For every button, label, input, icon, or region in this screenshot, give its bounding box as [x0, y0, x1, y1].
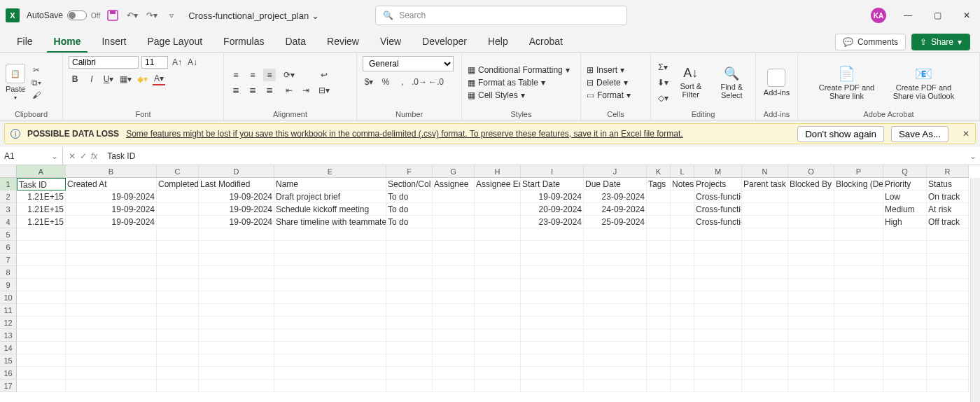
- cell-H2[interactable]: [475, 190, 521, 203]
- cell-J10[interactable]: [584, 291, 647, 304]
- cell-D10[interactable]: [199, 291, 274, 304]
- cell-P10[interactable]: [834, 291, 883, 304]
- bold-button[interactable]: B: [69, 73, 81, 85]
- cell-Q9[interactable]: [883, 279, 927, 291]
- redo-icon[interactable]: ↷▾: [146, 10, 158, 21]
- cell-K16[interactable]: [647, 367, 671, 380]
- align-center-icon[interactable]: ≣: [246, 84, 259, 97]
- cell-P8[interactable]: [834, 266, 883, 279]
- row-header-8[interactable]: 8: [0, 266, 17, 279]
- cell-B5[interactable]: [66, 228, 157, 241]
- clear-icon[interactable]: ◇▾: [657, 92, 669, 104]
- cell-H10[interactable]: [475, 291, 521, 304]
- cell-R15[interactable]: [927, 354, 969, 367]
- cell-O3[interactable]: [788, 203, 834, 216]
- font-name-select[interactable]: [69, 56, 139, 69]
- cell-C8[interactable]: [157, 266, 199, 279]
- cell-H11[interactable]: [475, 304, 521, 317]
- cell-P13[interactable]: [834, 329, 883, 342]
- column-header-C[interactable]: C: [157, 165, 199, 178]
- cell-O2[interactable]: [788, 190, 834, 203]
- cell-G8[interactable]: [433, 266, 475, 279]
- cell-Q10[interactable]: [883, 291, 927, 304]
- fill-icon[interactable]: ⬇▾: [657, 76, 669, 89]
- column-header-A[interactable]: A: [17, 165, 66, 178]
- cell-Q6[interactable]: [883, 241, 927, 254]
- format-as-table-button[interactable]: ▦Format as Table▾: [468, 78, 570, 88]
- underline-button[interactable]: U▾: [102, 73, 115, 85]
- cell-K10[interactable]: [647, 291, 671, 304]
- cell-O1[interactable]: Blocked By: [788, 178, 834, 190]
- cell-C13[interactable]: [157, 329, 199, 342]
- cell-N3[interactable]: [742, 203, 788, 216]
- cell-E4[interactable]: Share timeline with teammates: [274, 216, 386, 228]
- cell-N13[interactable]: [742, 329, 788, 342]
- tab-file[interactable]: File: [10, 32, 40, 53]
- cell-A16[interactable]: [17, 367, 66, 380]
- cell-Q7[interactable]: [883, 254, 927, 266]
- cell-O8[interactable]: [788, 266, 834, 279]
- column-header-E[interactable]: E: [274, 165, 386, 178]
- cell-A11[interactable]: [17, 304, 66, 317]
- cell-C6[interactable]: [157, 241, 199, 254]
- formula-cancel-icon[interactable]: ✕: [69, 151, 76, 161]
- cell-A13[interactable]: [17, 329, 66, 342]
- cell-Q11[interactable]: [883, 304, 927, 317]
- maximize-button[interactable]: ▢: [930, 8, 945, 23]
- tab-acrobat[interactable]: Acrobat: [522, 32, 570, 53]
- cell-H5[interactable]: [475, 228, 521, 241]
- cell-I1[interactable]: Start Date: [521, 178, 584, 190]
- cell-L17[interactable]: [671, 380, 694, 392]
- select-all-corner[interactable]: [0, 165, 17, 178]
- cell-B6[interactable]: [66, 241, 157, 254]
- cell-L13[interactable]: [671, 329, 694, 342]
- cell-R17[interactable]: [927, 380, 969, 392]
- cell-B16[interactable]: [66, 367, 157, 380]
- cell-K17[interactable]: [647, 380, 671, 392]
- cell-K3[interactable]: [647, 203, 671, 216]
- italic-button[interactable]: I: [85, 73, 98, 85]
- cell-F1[interactable]: Section/Col: [386, 178, 433, 190]
- cell-L4[interactable]: [671, 216, 694, 228]
- cell-O15[interactable]: [788, 354, 834, 367]
- cell-M10[interactable]: [694, 291, 742, 304]
- cell-K12[interactable]: [647, 317, 671, 329]
- cell-R1[interactable]: Status: [927, 178, 969, 190]
- cell-I3[interactable]: 20-09-2024: [521, 203, 584, 216]
- cell-C11[interactable]: [157, 304, 199, 317]
- cell-O4[interactable]: [788, 216, 834, 228]
- column-header-L[interactable]: L: [671, 165, 694, 178]
- autosum-icon[interactable]: Σ▾: [657, 61, 669, 74]
- cell-I9[interactable]: [521, 279, 584, 291]
- cell-P7[interactable]: [834, 254, 883, 266]
- cell-B3[interactable]: 19-09-2024: [66, 203, 157, 216]
- cell-F11[interactable]: [386, 304, 433, 317]
- cell-H3[interactable]: [475, 203, 521, 216]
- row-header-16[interactable]: 16: [0, 367, 17, 380]
- cell-Q5[interactable]: [883, 228, 927, 241]
- cell-C12[interactable]: [157, 317, 199, 329]
- row-header-9[interactable]: 9: [0, 279, 17, 291]
- delete-cells-button[interactable]: ⊟Delete▾: [587, 78, 631, 88]
- cell-styles-button[interactable]: ▦Cell Styles▾: [468, 90, 570, 100]
- cell-N8[interactable]: [742, 266, 788, 279]
- cell-M5[interactable]: [694, 228, 742, 241]
- cell-R10[interactable]: [927, 291, 969, 304]
- cell-R3[interactable]: At risk: [927, 203, 969, 216]
- row-header-6[interactable]: 6: [0, 241, 17, 254]
- cell-L8[interactable]: [671, 266, 694, 279]
- cell-F13[interactable]: [386, 329, 433, 342]
- fx-icon[interactable]: fx: [91, 151, 97, 161]
- cell-E2[interactable]: Draft project brief: [274, 190, 386, 203]
- expand-formula-bar-icon[interactable]: ⌄: [966, 151, 980, 161]
- cell-C3[interactable]: [157, 203, 199, 216]
- cell-N12[interactable]: [742, 317, 788, 329]
- cell-M17[interactable]: [694, 380, 742, 392]
- cell-H12[interactable]: [475, 317, 521, 329]
- create-pdf-share-button[interactable]: 📄 Create PDF and Share link: [819, 65, 875, 100]
- cell-G6[interactable]: [433, 241, 475, 254]
- column-header-G[interactable]: G: [433, 165, 475, 178]
- tab-page-layout[interactable]: Page Layout: [140, 32, 209, 53]
- toggle-off-icon[interactable]: [67, 11, 87, 20]
- dont-show-again-button[interactable]: Don't show again: [797, 126, 884, 142]
